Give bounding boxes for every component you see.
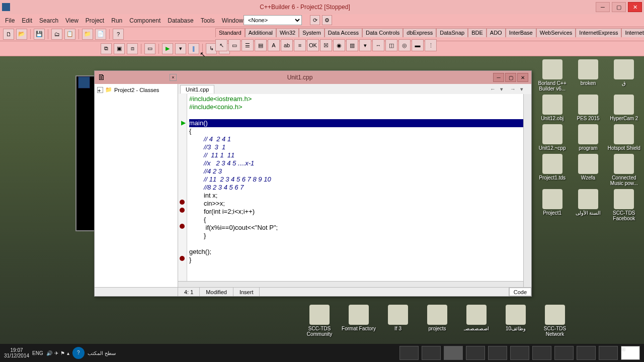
view-form-icon[interactable]: ▣	[114, 43, 125, 54]
desktop-icon[interactable]: السنة الأولى	[571, 189, 605, 221]
taskbar-app[interactable]	[422, 346, 441, 360]
mainmenu-icon[interactable]: ☰	[242, 39, 254, 51]
desktop-icon[interactable]: Wzefa	[571, 154, 605, 186]
nav-fwd-icon[interactable]: →	[510, 86, 518, 93]
vertical-scrollbar[interactable]	[523, 94, 531, 287]
menu-view[interactable]: View	[62, 16, 82, 25]
taskbar-app[interactable]	[399, 346, 419, 360]
editor-file-tab[interactable]: Unit1.cpp	[180, 85, 214, 94]
palette-system[interactable]: System	[299, 28, 325, 37]
desktop-icon[interactable]: HyperCam 2	[607, 95, 641, 121]
taskbar-app[interactable]	[532, 346, 551, 360]
desktop-icon[interactable]: broken	[571, 59, 605, 92]
palette-dataaccess[interactable]: Data Access	[325, 28, 362, 37]
taskbar-clock[interactable]: 19:07 31/12/2014	[4, 347, 29, 358]
save-icon[interactable]: 💾	[34, 29, 45, 40]
minimize-button[interactable]: ─	[596, 2, 610, 12]
view-unit-icon[interactable]: ⧉	[101, 43, 112, 54]
taskbar-app[interactable]	[599, 346, 618, 360]
status-code-tab[interactable]: Code	[509, 288, 531, 296]
palette-webservices[interactable]: WebServices	[536, 28, 576, 37]
breakpoint-icon[interactable]	[180, 256, 185, 261]
desktop-icon[interactable]: PES 2015	[571, 95, 605, 121]
maximize-button[interactable]: ▢	[612, 2, 626, 12]
menu-window[interactable]: Window	[219, 16, 247, 25]
action-center-icon[interactable]: ⚑	[60, 350, 65, 356]
horizontal-scrollbar[interactable]	[178, 281, 523, 287]
taskbar-app[interactable]	[554, 346, 574, 360]
desktop-icon[interactable]: Unit12.~cpp	[535, 124, 569, 151]
scrollbar-icon[interactable]: ↔	[372, 39, 384, 51]
menu-component[interactable]: Component	[126, 16, 164, 25]
menu-file[interactable]: File	[2, 16, 18, 25]
network-icon[interactable]: ✈	[54, 350, 58, 356]
palette-win32[interactable]: Win32	[276, 28, 299, 37]
gutter[interactable]: ▶	[178, 94, 187, 287]
new-form-icon[interactable]: ▭	[144, 43, 155, 54]
palette-datasnap[interactable]: DataSnap	[436, 28, 468, 37]
popupmenu-icon[interactable]: ▤	[255, 39, 267, 51]
actionlist-icon[interactable]: ⋮	[425, 39, 437, 51]
toggle-form-icon[interactable]: ⧈	[127, 43, 138, 54]
volume-icon[interactable]: 🔊	[46, 350, 52, 356]
help-icon[interactable]: ?	[113, 29, 124, 40]
code-area[interactable]: ▶ #include<iostream.h> #include<conio.h>…	[178, 94, 531, 287]
panel-icon[interactable]: ▬	[412, 39, 424, 51]
checkbox-icon[interactable]: ☒	[320, 39, 332, 51]
listbox-icon[interactable]: ▥	[346, 39, 358, 51]
breakpoint-icon[interactable]	[180, 224, 185, 229]
palette-internet[interactable]: Internet	[621, 28, 644, 37]
pause-icon[interactable]: ‖	[188, 43, 199, 54]
combobox-icon[interactable]: ▾	[359, 39, 371, 51]
menu-project[interactable]: Project	[83, 16, 107, 25]
menu-tools[interactable]: Tools	[198, 16, 218, 25]
console-window[interactable]	[75, 75, 96, 231]
menu-database[interactable]: Database	[165, 16, 196, 25]
help-tray-icon[interactable]: ?	[72, 347, 85, 359]
open-icon[interactable]: 📂	[16, 29, 27, 40]
editor-close[interactable]: ✕	[517, 73, 528, 82]
tree-close-icon[interactable]: ×	[170, 74, 177, 81]
groupbox-icon[interactable]: ◫	[385, 39, 397, 51]
label-icon[interactable]: A	[268, 39, 280, 51]
desktop-icon[interactable]: Project1.tds	[535, 154, 569, 186]
palette-datacontrols[interactable]: Data Controls	[362, 28, 403, 37]
nav-fwd-dd[interactable]: ▾	[520, 86, 528, 93]
desktop-icon[interactable]: SCC-TDS Community	[302, 305, 337, 337]
add-file-icon[interactable]: 📄	[95, 29, 106, 40]
config-select[interactable]: <None>	[244, 15, 302, 25]
desktop-icon[interactable]: Hotspot Shield	[607, 124, 641, 151]
menu-run[interactable]: Run	[108, 16, 125, 25]
editor-minimize[interactable]: ─	[493, 73, 504, 82]
palette-additional[interactable]: Additional	[245, 28, 276, 37]
toggle-icon[interactable]: ⟳	[310, 15, 320, 25]
save-all-icon[interactable]: 🗂	[51, 29, 62, 40]
desktop-icon[interactable]: projects	[420, 305, 455, 337]
radiobutton-icon[interactable]: ◉	[333, 39, 345, 51]
desktop-icon[interactable]: Unit12.obj	[535, 95, 569, 121]
nav-back-icon[interactable]: ←	[490, 86, 498, 93]
taskbar-app[interactable]	[466, 346, 485, 360]
desktop-icon[interactable]: ق	[607, 59, 641, 92]
palette-dbexpress[interactable]: dbExpress	[403, 28, 436, 37]
breakpoint-icon[interactable]	[180, 208, 185, 213]
objecttree-icon[interactable]	[78, 76, 90, 88]
editor-maximize[interactable]: ▢	[505, 73, 516, 82]
taskbar-app[interactable]	[577, 346, 596, 360]
open-project-icon[interactable]: 📁	[82, 29, 93, 40]
tree-root[interactable]: + 📁 Project2 - Classes	[97, 86, 176, 94]
desktop-icon[interactable]: Connected Music pow...	[607, 154, 641, 186]
start-button[interactable]: ⊞	[621, 346, 640, 360]
palette-ado[interactable]: ADO	[487, 28, 506, 37]
palette-standard[interactable]: Standard	[215, 28, 245, 37]
desktop-icon[interactable]: program	[571, 124, 605, 151]
desktop-icon[interactable]: SCC-TDS Facebook	[607, 189, 641, 221]
menu-edit[interactable]: Edit	[19, 16, 35, 25]
desktop-icon[interactable]: اصصصصصـ	[459, 305, 494, 337]
radiogroup-icon[interactable]: ◎	[398, 39, 411, 51]
new-icon[interactable]: 🗋	[3, 29, 14, 40]
button-icon[interactable]: OK	[307, 39, 319, 51]
desktop-icon[interactable]: Project1	[535, 189, 569, 221]
palette-bde[interactable]: BDE	[468, 28, 487, 37]
breakpoint-icon[interactable]	[180, 200, 185, 205]
